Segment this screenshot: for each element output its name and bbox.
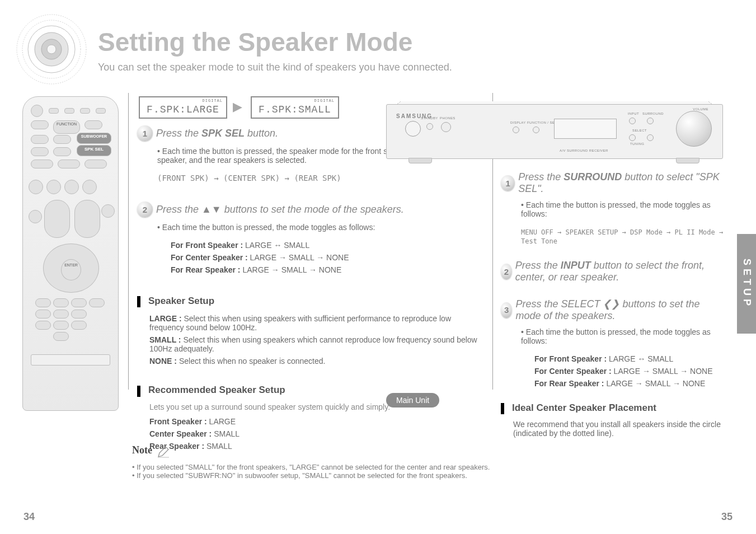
speaker-setup-heading: Speaker Setup: [137, 296, 478, 307]
unit-step-1-detail: • Each time the button is pressed, the m…: [521, 200, 725, 245]
page-subtitle: You can set the speaker mode to suit the…: [98, 62, 456, 73]
subwoofer-button-highlight: SUBWOOFER: [77, 133, 111, 144]
ideal-placement-heading: Ideal Center Speaker Placement: [501, 402, 725, 414]
pencil-icon: [157, 445, 170, 458]
setup-edge-tab: SETUP: [737, 234, 756, 334]
step-number-badge: 1: [137, 125, 153, 141]
page-number-right: 35: [721, 511, 732, 523]
column-divider: [128, 93, 129, 390]
unit-display-window: [554, 119, 617, 139]
main-unit-illustration: SAMSUNG A/V SURROUND RECEIVER STANDBY PH…: [386, 94, 722, 161]
power-button-icon: [405, 121, 421, 137]
note-block: Note • If you selected "SMALL" for the f…: [132, 444, 591, 480]
step-number-badge: 2: [137, 202, 153, 217]
main-unit-tag: Main Unit: [386, 393, 439, 407]
remote-control-illustration: FUNCTION SUBWOOFER SPK SEL ENTER: [22, 96, 119, 411]
unit-step-1-heading: 1 Press the SURROUND button to select "S…: [501, 171, 725, 195]
step-number-badge: 2: [501, 264, 512, 279]
page-title: Setting the Speaker Mode: [98, 27, 412, 57]
step-number-badge: 3: [501, 302, 512, 318]
display-large: DIGITAL F.SPK:LARGE: [139, 96, 227, 119]
page-number-left: 34: [24, 511, 35, 523]
function-button-label: FUNCTION: [53, 120, 80, 134]
transition-arrow-icon: ▶: [233, 100, 242, 114]
volume-knob-icon: [676, 111, 712, 147]
unit-step-2-heading: 2 Press the INPUT button to select the f…: [501, 260, 725, 283]
svg-point-5: [47, 45, 56, 54]
header-speaker-illustration: [12, 10, 91, 88]
display-small: DIGITAL F.SPK:SMALL: [251, 96, 339, 119]
step-2-heading: 2 Press the ▲▼ buttons to set the mode o…: [137, 202, 478, 217]
step-number-badge: 1: [501, 175, 515, 191]
spk-sel-button-highlight: SPK SEL: [77, 145, 111, 156]
unit-step-3-heading: 3 Press the SELECT ❮❯ buttons to set the…: [501, 298, 725, 322]
unit-step-3-detail: • Each time the button is pressed, the m…: [521, 327, 725, 388]
step-2-detail: • Each time the button is pressed, the m…: [157, 223, 478, 274]
